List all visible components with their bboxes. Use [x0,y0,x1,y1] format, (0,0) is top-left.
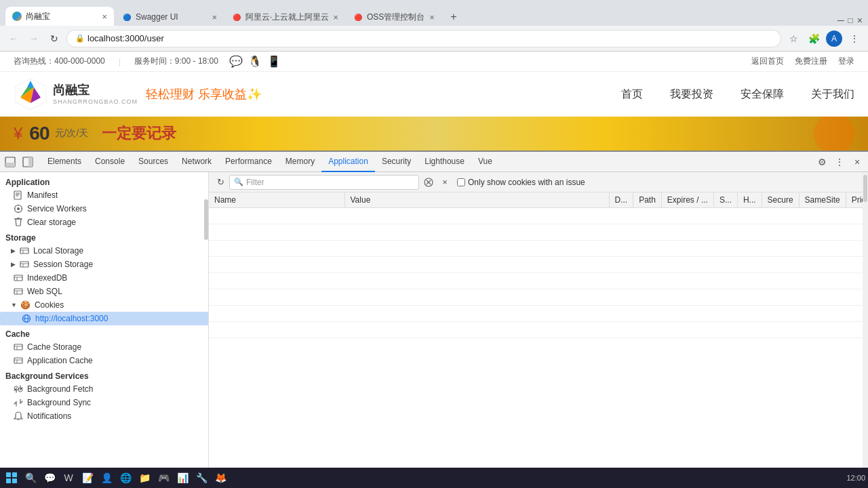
tab-swagger[interactable]: 🔵 Swagger UI × [115,8,224,26]
taskbar: 🔍 💬 W 📝 👤 🌐 📁 🎮 📊 🔧 🦊 12:00 [0,468,868,488]
sidebar-item-notifications[interactable]: Notifications [0,409,208,423]
nav-item-security[interactable]: 安全保障 [741,87,784,102]
sidebar-item-application-cache[interactable]: Application Cache [0,354,208,367]
nav-login[interactable]: 登录 [838,56,854,67]
new-tab-button[interactable]: + [444,8,463,26]
service-workers-label: Service Workers [27,204,87,214]
taskbar-search-button[interactable]: 🔍 [22,469,39,487]
delete-selected-button[interactable]: × [438,176,452,189]
cookies-label: Cookies [35,300,64,310]
logo-slogan: 轻松理财 乐享收益✨ [146,86,262,102]
taskbar-start-button[interactable] [3,469,20,487]
clear-filter-button[interactable] [422,176,435,189]
sidebar-item-cookies-localhost[interactable]: http://localhost:3000 [0,312,208,325]
lock-icon: 🔒 [75,34,85,43]
back-button[interactable]: ← [5,30,22,47]
devtools-tab-console[interactable]: Console [88,152,132,172]
taskbar-app-10[interactable]: 🦊 [212,469,229,487]
only-show-issues-checkbox[interactable] [457,178,465,186]
refresh-icon[interactable]: ↻ [214,176,226,188]
tab-close-3[interactable]: × [333,12,338,22]
sidebar-item-indexeddb[interactable]: IndexedDB [0,271,208,285]
nav-home[interactable]: 返回首页 [751,56,784,67]
sidebar-item-clear-storage[interactable]: Clear storage [0,216,208,229]
nav-register[interactable]: 免费注册 [795,56,827,67]
cookies-icon: 🍪 [21,300,31,310]
sidebar-item-service-workers[interactable]: Service Workers [0,202,208,216]
taskbar-app-6[interactable]: 📁 [136,469,153,487]
tab-close-4[interactable]: × [429,12,435,22]
devtools-tab-network[interactable]: Network [175,152,218,172]
col-secure: Secure [762,192,799,208]
taskbar-app-3[interactable]: 📝 [79,469,96,487]
local-storage-icon [20,246,29,256]
sidebar-item-background-fetch[interactable]: Background Fetch [0,382,208,396]
minimize-button[interactable]: ─ [837,15,844,26]
taskbar-app-1[interactable]: 💬 [41,469,58,487]
devtools-tab-elements[interactable]: Elements [41,152,88,172]
devtools-tab-memory[interactable]: Memory [279,152,321,172]
taskbar-app-8[interactable]: 📊 [174,469,191,487]
sidebar-scrollbar[interactable] [204,172,208,488]
localhost-globe-icon [22,314,31,323]
tab-close-2[interactable]: × [212,12,217,22]
tab-oss[interactable]: 🔴 OSS管理控制台 × [347,8,441,26]
sidebar-item-cache-storage[interactable]: Cache Storage [0,340,208,354]
col-priority: Priority [846,192,863,208]
filter-search-icon: 🔍 [234,178,243,186]
devtools-tab-performance[interactable]: Performance [218,152,279,172]
clear-storage-icon [14,218,23,227]
logo-text-group: 尚融宝 SHANGRRONGBAO.COM [53,83,138,105]
nav-item-invest[interactable]: 我要投资 [670,87,713,102]
devtools-dock-bottom[interactable] [3,155,18,169]
manifest-icon [14,190,23,200]
sidebar-item-web-sql[interactable]: Web SQL [0,285,208,298]
devtools-tab-vue[interactable]: Vue [471,152,499,172]
nav-item-home[interactable]: 首页 [621,87,643,102]
taskbar-app-5[interactable]: 🌐 [117,469,134,487]
site-topbar: 咨询热线：400-000-0000 | 服务时间：9:00 - 18:00 💬 … [0,52,868,72]
tab-title-1: 尚融宝 [26,11,98,22]
devtools-close-button[interactable]: × [849,154,865,170]
site-navigation: 首页 我要投资 安全保障 关于我们 [621,87,854,102]
tab-close-1[interactable]: × [102,12,107,22]
main-scrollbar[interactable] [863,172,868,488]
taskbar-app-4[interactable]: 👤 [98,469,115,487]
address-bar[interactable]: 🔒 localhost:3000/user [66,30,781,47]
forward-button[interactable]: → [26,30,42,47]
filter-input-container[interactable]: 🔍 Filter [229,175,419,190]
nav-item-about[interactable]: 关于我们 [811,87,854,102]
extensions-button[interactable]: 🧩 [806,30,822,47]
sidebar-item-session-storage[interactable]: ▶ Session Storage [0,258,208,271]
tab-shangrrongbao[interactable]: 尚融宝 × [5,7,114,26]
devtools-tab-security[interactable]: Security [375,152,418,172]
sidebar-item-manifest[interactable]: Manifest [0,188,208,202]
only-show-issues-checkbox-label[interactable]: Only show cookies with an issue [457,178,585,187]
sidebar-item-background-sync[interactable]: Background Sync [0,396,208,409]
weibo-icon[interactable]: 📱 [267,55,281,68]
devtools-tab-application[interactable]: Application [321,152,375,172]
wechat-icon[interactable]: 💬 [229,55,243,68]
reload-button[interactable]: ↻ [46,30,62,47]
devtools-tab-sources[interactable]: Sources [132,152,175,172]
sidebar-item-cookies[interactable]: ▼ 🍪 Cookies [0,298,208,312]
tab-aliyun[interactable]: 🔴 阿里云·上云就上阿里云 × [225,8,345,26]
devtools-tab-lighthouse[interactable]: Lighthouse [418,152,471,172]
maximize-button[interactable]: □ [848,16,853,25]
close-button[interactable]: × [857,15,863,26]
tab-title-2: Swagger UI [136,12,208,22]
qq-icon[interactable]: 🐧 [248,55,262,68]
background-sync-icon [14,398,23,407]
local-storage-label: Local Storage [33,246,83,256]
browser-menu-button[interactable]: ⋮ [846,30,863,47]
bookmark-button[interactable]: ☆ [785,30,802,47]
devtools-settings-button[interactable]: ⚙ [814,154,830,170]
sidebar-item-local-storage[interactable]: ▶ Local Storage [0,244,208,258]
taskbar-app-9[interactable]: 🔧 [193,469,210,487]
cache-storage-label: Cache Storage [27,342,81,352]
taskbar-app-2[interactable]: W [60,469,77,487]
devtools-dock-right[interactable] [20,155,35,169]
taskbar-app-7[interactable]: 🎮 [155,469,172,487]
profile-button[interactable]: A [826,30,842,47]
devtools-more-button[interactable]: ⋮ [831,154,848,170]
